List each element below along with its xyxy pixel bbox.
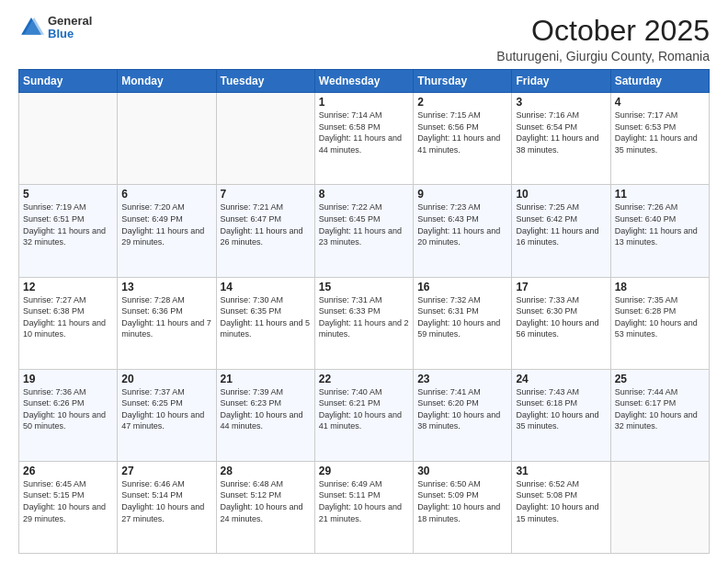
day-number: 16 bbox=[417, 281, 507, 293]
logo-icon bbox=[18, 15, 44, 40]
day-cell: 31Sunrise: 6:52 AM Sunset: 5:08 PM Dayli… bbox=[512, 461, 610, 553]
day-info: Sunrise: 7:21 AM Sunset: 6:47 PM Dayligh… bbox=[221, 201, 311, 247]
day-info: Sunrise: 7:41 AM Sunset: 6:20 PM Dayligh… bbox=[417, 386, 507, 432]
header: General Blue October 2025 Buturugeni, Gi… bbox=[18, 15, 710, 63]
day-cell: 3Sunrise: 7:16 AM Sunset: 6:54 PM Daylig… bbox=[512, 93, 610, 185]
day-cell bbox=[19, 93, 118, 185]
logo-blue-text: Blue bbox=[48, 28, 92, 40]
day-info: Sunrise: 7:30 AM Sunset: 6:35 PM Dayligh… bbox=[221, 294, 311, 340]
day-info: Sunrise: 7:31 AM Sunset: 6:33 PM Dayligh… bbox=[319, 294, 409, 340]
day-number: 11 bbox=[615, 188, 705, 201]
week-row-4: 26Sunrise: 6:45 AM Sunset: 5:15 PM Dayli… bbox=[19, 461, 710, 553]
day-number: 31 bbox=[516, 465, 606, 477]
day-number: 26 bbox=[23, 465, 113, 477]
day-cell: 22Sunrise: 7:40 AM Sunset: 6:21 PM Dayli… bbox=[314, 369, 413, 461]
day-number: 25 bbox=[615, 373, 705, 385]
day-number: 6 bbox=[121, 188, 211, 201]
day-info: Sunrise: 7:32 AM Sunset: 6:31 PM Dayligh… bbox=[417, 294, 507, 340]
day-number: 9 bbox=[417, 188, 507, 201]
day-cell: 7Sunrise: 7:21 AM Sunset: 6:47 PM Daylig… bbox=[216, 185, 314, 277]
day-cell: 21Sunrise: 7:39 AM Sunset: 6:23 PM Dayli… bbox=[216, 369, 314, 461]
day-info: Sunrise: 7:17 AM Sunset: 6:53 PM Dayligh… bbox=[615, 109, 705, 155]
subtitle: Buturugeni, Giurgiu County, Romania bbox=[496, 49, 710, 63]
day-info: Sunrise: 6:45 AM Sunset: 5:15 PM Dayligh… bbox=[23, 478, 113, 524]
day-info: Sunrise: 7:19 AM Sunset: 6:51 PM Dayligh… bbox=[23, 201, 113, 247]
day-cell: 25Sunrise: 7:44 AM Sunset: 6:17 PM Dayli… bbox=[610, 369, 709, 461]
day-cell: 12Sunrise: 7:27 AM Sunset: 6:38 PM Dayli… bbox=[19, 277, 118, 369]
day-cell bbox=[610, 461, 709, 553]
day-number: 30 bbox=[417, 465, 507, 477]
day-cell: 29Sunrise: 6:49 AM Sunset: 5:11 PM Dayli… bbox=[314, 461, 413, 553]
day-number: 27 bbox=[121, 465, 211, 477]
week-row-3: 19Sunrise: 7:36 AM Sunset: 6:26 PM Dayli… bbox=[19, 369, 710, 461]
day-number: 17 bbox=[516, 281, 606, 293]
day-cell: 17Sunrise: 7:33 AM Sunset: 6:30 PM Dayli… bbox=[512, 277, 610, 369]
main-title: October 2025 bbox=[496, 15, 710, 47]
day-number: 24 bbox=[516, 373, 606, 385]
day-info: Sunrise: 7:33 AM Sunset: 6:30 PM Dayligh… bbox=[516, 294, 606, 340]
day-info: Sunrise: 7:44 AM Sunset: 6:17 PM Dayligh… bbox=[615, 386, 705, 432]
day-number: 5 bbox=[23, 188, 113, 201]
day-cell: 5Sunrise: 7:19 AM Sunset: 6:51 PM Daylig… bbox=[19, 185, 118, 277]
day-cell: 1Sunrise: 7:14 AM Sunset: 6:58 PM Daylig… bbox=[314, 93, 413, 185]
day-info: Sunrise: 7:20 AM Sunset: 6:49 PM Dayligh… bbox=[121, 201, 211, 247]
week-row-1: 5Sunrise: 7:19 AM Sunset: 6:51 PM Daylig… bbox=[19, 185, 710, 277]
calendar-table: SundayMondayTuesdayWednesdayThursdayFrid… bbox=[18, 69, 710, 554]
logo-general-text: General bbox=[48, 15, 92, 28]
day-number: 22 bbox=[319, 373, 409, 385]
day-info: Sunrise: 7:14 AM Sunset: 6:58 PM Dayligh… bbox=[319, 109, 409, 155]
day-cell: 15Sunrise: 7:31 AM Sunset: 6:33 PM Dayli… bbox=[314, 277, 413, 369]
day-header-wednesday: Wednesday bbox=[314, 70, 413, 93]
day-number: 18 bbox=[615, 281, 705, 293]
day-info: Sunrise: 7:39 AM Sunset: 6:23 PM Dayligh… bbox=[221, 386, 311, 432]
day-number: 2 bbox=[417, 96, 507, 109]
day-number: 28 bbox=[221, 465, 311, 477]
day-number: 1 bbox=[319, 96, 409, 109]
day-number: 4 bbox=[615, 96, 705, 109]
day-cell: 10Sunrise: 7:25 AM Sunset: 6:42 PM Dayli… bbox=[512, 185, 610, 277]
day-number: 21 bbox=[221, 373, 311, 385]
day-info: Sunrise: 7:36 AM Sunset: 6:26 PM Dayligh… bbox=[23, 386, 113, 432]
day-info: Sunrise: 7:27 AM Sunset: 6:38 PM Dayligh… bbox=[23, 294, 113, 340]
day-number: 10 bbox=[516, 188, 606, 201]
week-row-0: 1Sunrise: 7:14 AM Sunset: 6:58 PM Daylig… bbox=[19, 93, 710, 185]
day-info: Sunrise: 7:43 AM Sunset: 6:18 PM Dayligh… bbox=[516, 386, 606, 432]
day-info: Sunrise: 7:35 AM Sunset: 6:28 PM Dayligh… bbox=[615, 294, 705, 340]
day-cell: 18Sunrise: 7:35 AM Sunset: 6:28 PM Dayli… bbox=[610, 277, 709, 369]
day-cell: 30Sunrise: 6:50 AM Sunset: 5:09 PM Dayli… bbox=[414, 461, 512, 553]
day-header-row: SundayMondayTuesdayWednesdayThursdayFrid… bbox=[19, 70, 710, 93]
day-info: Sunrise: 6:50 AM Sunset: 5:09 PM Dayligh… bbox=[417, 478, 507, 524]
logo-text: General Blue bbox=[48, 15, 92, 41]
day-info: Sunrise: 7:26 AM Sunset: 6:40 PM Dayligh… bbox=[615, 201, 705, 247]
day-cell: 24Sunrise: 7:43 AM Sunset: 6:18 PM Dayli… bbox=[512, 369, 610, 461]
page: General Blue October 2025 Buturugeni, Gi… bbox=[0, 0, 728, 563]
day-number: 29 bbox=[319, 465, 409, 477]
day-cell: 13Sunrise: 7:28 AM Sunset: 6:36 PM Dayli… bbox=[118, 277, 216, 369]
day-header-saturday: Saturday bbox=[610, 70, 709, 93]
day-cell: 8Sunrise: 7:22 AM Sunset: 6:45 PM Daylig… bbox=[314, 185, 413, 277]
day-cell: 27Sunrise: 6:46 AM Sunset: 5:14 PM Dayli… bbox=[118, 461, 216, 553]
day-cell bbox=[216, 93, 314, 185]
day-number: 20 bbox=[121, 373, 211, 385]
day-number: 14 bbox=[221, 281, 311, 293]
day-number: 19 bbox=[23, 373, 113, 385]
day-cell: 20Sunrise: 7:37 AM Sunset: 6:25 PM Dayli… bbox=[118, 369, 216, 461]
day-cell: 14Sunrise: 7:30 AM Sunset: 6:35 PM Dayli… bbox=[216, 277, 314, 369]
day-header-sunday: Sunday bbox=[19, 70, 118, 93]
day-header-tuesday: Tuesday bbox=[216, 70, 314, 93]
title-block: October 2025 Buturugeni, Giurgiu County,… bbox=[496, 15, 710, 63]
day-cell bbox=[118, 93, 216, 185]
day-info: Sunrise: 6:46 AM Sunset: 5:14 PM Dayligh… bbox=[121, 478, 211, 524]
day-info: Sunrise: 6:48 AM Sunset: 5:12 PM Dayligh… bbox=[221, 478, 311, 524]
day-header-monday: Monday bbox=[118, 70, 216, 93]
day-info: Sunrise: 7:16 AM Sunset: 6:54 PM Dayligh… bbox=[516, 109, 606, 155]
day-cell: 28Sunrise: 6:48 AM Sunset: 5:12 PM Dayli… bbox=[216, 461, 314, 553]
day-info: Sunrise: 7:37 AM Sunset: 6:25 PM Dayligh… bbox=[121, 386, 211, 432]
day-info: Sunrise: 6:49 AM Sunset: 5:11 PM Dayligh… bbox=[319, 478, 409, 524]
day-info: Sunrise: 7:23 AM Sunset: 6:43 PM Dayligh… bbox=[417, 201, 507, 247]
week-row-2: 12Sunrise: 7:27 AM Sunset: 6:38 PM Dayli… bbox=[19, 277, 710, 369]
day-header-friday: Friday bbox=[512, 70, 610, 93]
day-info: Sunrise: 6:52 AM Sunset: 5:08 PM Dayligh… bbox=[516, 478, 606, 524]
logo: General Blue bbox=[18, 15, 92, 41]
day-info: Sunrise: 7:22 AM Sunset: 6:45 PM Dayligh… bbox=[319, 201, 409, 247]
